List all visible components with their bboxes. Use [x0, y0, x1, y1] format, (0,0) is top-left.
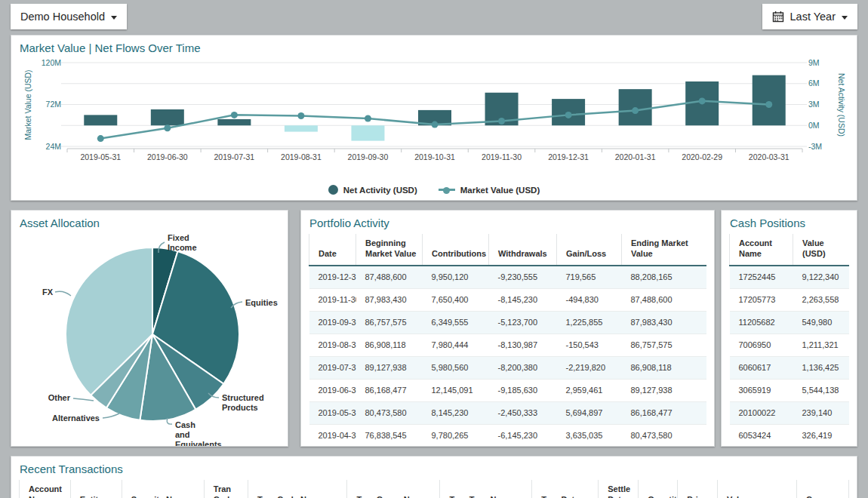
column-header[interactable]: Value [718, 480, 797, 498]
table-row: 2019-04-3076,838,5459,780,265-6,145,2303… [309, 424, 707, 446]
recent-transactions-table-wrap[interactable]: Account NameEntitySecurity NameTran Code… [19, 480, 849, 498]
bar[interactable] [753, 75, 786, 126]
column-header[interactable]: Tran Code Name [248, 480, 347, 498]
column-header[interactable]: Withdrawals [489, 234, 557, 266]
x-axis-tick: 2019-05-31 [80, 152, 121, 161]
column-header[interactable]: Date [309, 234, 356, 266]
bar[interactable] [84, 115, 117, 125]
pie-title: Asset Allocation [20, 217, 100, 229]
table-row: 2019-08-3186,908,1187,980,444-8,130,987-… [309, 334, 707, 356]
column-header[interactable]: Account Name [730, 234, 793, 266]
line-marker[interactable] [498, 118, 505, 124]
table-cell: 86,757,575 [622, 334, 707, 356]
label-connector [103, 413, 119, 418]
table-cell: -9,185,630 [489, 379, 557, 401]
pie-slices [66, 247, 239, 421]
x-axis-tick: 2019-08-31 [281, 152, 322, 161]
x-axis-tick: 2019-12-31 [548, 152, 589, 161]
net-activity-marker-icon [328, 185, 338, 195]
table-cell: 2019-07-31 [309, 356, 356, 379]
household-selector[interactable]: Demo Household [11, 4, 127, 29]
table-cell: -8,200,380 [489, 356, 557, 379]
table-cell: 86,168,477 [622, 401, 707, 424]
line-marker[interactable] [365, 115, 371, 122]
recent-transactions-card: Recent Transactions Account NameEntitySe… [11, 456, 857, 498]
line-marker[interactable] [231, 112, 238, 118]
column-header[interactable]: Tran Group Name [347, 480, 440, 498]
table-cell: 8,145,230 [423, 401, 489, 424]
table-cell: 7006950 [730, 334, 793, 356]
line-marker[interactable] [97, 135, 104, 142]
cash-positions-table-wrap[interactable]: Account NameValue (USD)172524459,122,340… [729, 234, 849, 446]
bar[interactable] [151, 109, 184, 125]
table-cell: 2019-09-30 [309, 311, 356, 334]
legend-item-market-value[interactable]: Market Value (USD) [439, 185, 540, 195]
section-title: Cash Positions [730, 217, 805, 229]
table-cell: 87,488,600 [622, 288, 707, 311]
table-cell: 5,694,897 [557, 401, 622, 424]
table-cell: 2019-12-31 [309, 266, 356, 289]
table-cell: -8,130,987 [489, 334, 557, 356]
date-range-selector[interactable]: Last Year [762, 4, 857, 29]
table-cell: 87,983,430 [622, 311, 707, 334]
line-marker[interactable] [765, 101, 772, 108]
table-cell: -6,145,230 [489, 424, 557, 446]
column-header[interactable]: Quantity [639, 480, 678, 498]
table-cell: 2019-04-30 [309, 424, 356, 446]
left-axis-tick: 72M [46, 100, 61, 109]
column-header[interactable]: Price [678, 480, 718, 498]
asset-allocation-card: Asset Allocation FixedIncomeEquitiesStru… [11, 210, 288, 447]
column-header[interactable]: Settle Date [599, 480, 639, 498]
column-header[interactable]: Account Name [20, 480, 71, 498]
column-header[interactable]: Contributions [423, 234, 489, 266]
left-axis-tick: 24M [46, 142, 61, 151]
table-header-row: Account NameEntitySecurity NameTran Code… [20, 480, 849, 498]
column-header[interactable]: Tran Date [532, 480, 599, 498]
column-header[interactable]: Ending Market Value [622, 234, 707, 266]
bar[interactable] [285, 125, 318, 131]
table-cell: 86,908,118 [622, 356, 707, 379]
line-marker[interactable] [565, 112, 572, 118]
table-row: 2019-11-3087,983,4307,650,400-8,145,230-… [309, 288, 707, 311]
table-row: 60606171,136,425 [730, 356, 850, 379]
table-cell: 5,980,560 [423, 356, 489, 379]
line-marker[interactable] [699, 97, 706, 104]
table-cell: 7,650,400 [423, 288, 489, 311]
line-marker[interactable] [164, 124, 171, 131]
table-cell: 6053424 [730, 424, 793, 446]
x-axis-tick: 2019-07-31 [214, 152, 255, 161]
asset-allocation-pie: FixedIncomeEquitiesStructuredProductsCas… [11, 211, 288, 447]
date-range-label: Last Year [790, 11, 836, 23]
legend-label: Market Value (USD) [460, 186, 540, 195]
column-header[interactable]: Beginning Market Value [356, 234, 423, 266]
portfolio-activity-table-wrap[interactable]: DateBeginning Market ValueContributionsW… [309, 234, 706, 446]
table-row: 70069501,211,321 [730, 334, 850, 356]
table-cell: 2019-11-30 [309, 288, 356, 311]
line-marker[interactable] [632, 107, 639, 114]
portfolio-activity-card: Portfolio Activity DateBeginning Market … [300, 210, 715, 447]
column-header[interactable]: Security Name [122, 480, 204, 498]
table-cell: 12,145,091 [423, 379, 489, 401]
table-cell: 1,136,425 [793, 356, 850, 379]
table-cell: 88,208,165 [622, 266, 707, 289]
bar[interactable] [217, 119, 251, 125]
column-header[interactable]: Value (USD) [793, 234, 850, 266]
x-axis-tick: 2019-11-30 [482, 152, 522, 161]
column-header[interactable]: Tran Type Name [440, 480, 532, 498]
table-cell: 11205682 [730, 311, 793, 334]
bar[interactable] [351, 125, 384, 140]
chart-legend: Net Activity (USD) Market Value (USD) [11, 185, 857, 195]
table-cell: 6,349,555 [423, 311, 489, 334]
column-header[interactable]: Tran Code [204, 480, 248, 498]
column-header[interactable]: Gain/Loss [557, 234, 622, 266]
table-cell: 89,127,938 [356, 356, 423, 379]
label-connector [55, 291, 71, 296]
column-header[interactable]: Entity [70, 480, 122, 498]
table-cell: -2,219,820 [557, 356, 622, 379]
recent-transactions-table: Account NameEntitySecurity NameTran Code… [19, 480, 849, 498]
column-header[interactable]: Currency [797, 480, 849, 498]
line-marker[interactable] [297, 112, 304, 119]
legend-item-net-activity[interactable]: Net Activity (USD) [328, 185, 417, 195]
table-cell: 2019-05-31 [309, 401, 356, 424]
line-marker[interactable] [432, 121, 439, 128]
